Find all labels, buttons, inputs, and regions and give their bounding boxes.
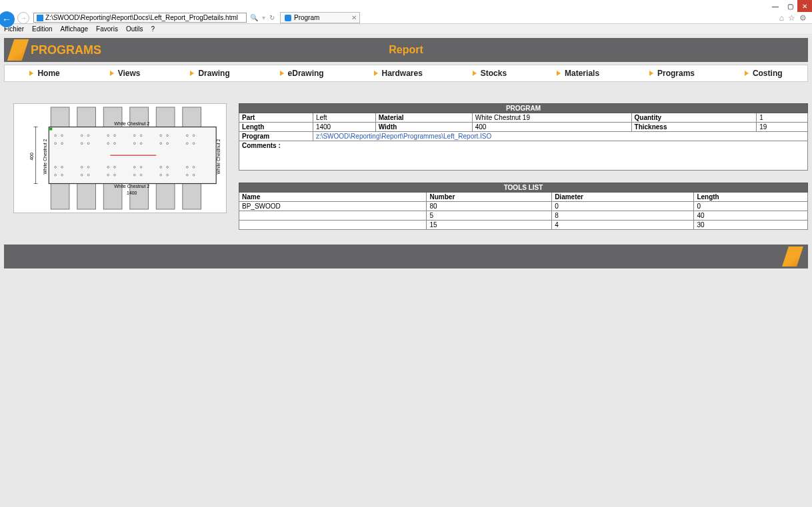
addr-buttons: 🔍 ▾ ↻ xyxy=(250,14,275,21)
address-bar: ← → 🔍 ▾ ↻ Program ✕ ⌂ ☆ ⚙ xyxy=(0,12,812,24)
nav-home[interactable]: Home xyxy=(20,65,69,81)
chevron-right-icon xyxy=(649,71,653,76)
refresh-icon[interactable]: ↻ xyxy=(269,14,275,21)
tool-diameter: 4 xyxy=(552,221,694,230)
thickness-value: 19 xyxy=(757,123,808,132)
header-banner: PROGRAMS Report xyxy=(4,38,808,62)
program-table-header: PROGRAM xyxy=(239,104,808,113)
table-row: 15 4 30 xyxy=(239,221,808,230)
page-content: PROGRAMS Report Home Views Drawing eDraw… xyxy=(0,35,812,278)
menu-edition[interactable]: Edition xyxy=(32,25,53,33)
tool-diameter: 8 xyxy=(552,211,694,221)
tables-area: PROGRAM Part Left Material White Chestnu… xyxy=(239,103,808,242)
col-diameter: Diameter xyxy=(552,193,694,202)
nav-edrawing[interactable]: eDrawing xyxy=(271,65,333,81)
site-icon xyxy=(37,15,43,21)
chevron-right-icon xyxy=(374,71,378,76)
back-button[interactable]: ← xyxy=(0,11,15,27)
footer-logo-icon xyxy=(785,247,800,266)
thickness-label: Thickness xyxy=(631,123,757,132)
nav-materials-label: Materials xyxy=(565,69,599,78)
tool-diameter: 0 xyxy=(552,202,694,211)
nav-programs[interactable]: Programs xyxy=(640,65,704,81)
chevron-right-icon xyxy=(557,71,561,76)
tab-close-icon[interactable]: ✕ xyxy=(351,14,357,21)
forward-button[interactable]: → xyxy=(17,12,29,24)
logo-icon xyxy=(11,39,25,61)
nav-materials[interactable]: Materials xyxy=(547,65,609,81)
address-input-wrap xyxy=(33,13,247,23)
tool-length: 30 xyxy=(694,221,808,230)
quantity-value: 1 xyxy=(757,113,808,123)
page-subtitle: Report xyxy=(389,44,423,56)
tool-number: 80 xyxy=(427,202,552,211)
settings-icon[interactable]: ⚙ xyxy=(799,13,807,23)
tab-title: Program xyxy=(294,14,319,21)
tool-length: 0 xyxy=(694,202,808,211)
addr-right-icons: ⌂ ☆ ⚙ xyxy=(779,13,807,23)
program-label: Program xyxy=(239,132,313,141)
chevron-right-icon xyxy=(190,71,194,76)
favorites-icon[interactable]: ☆ xyxy=(788,13,795,23)
footer-banner xyxy=(4,245,808,268)
col-length: Length xyxy=(694,193,808,202)
svg-text:White Chestnut 2: White Chestnut 2 xyxy=(114,184,149,189)
length-label: Length xyxy=(239,123,313,132)
material-value: White Chestnut 19 xyxy=(472,113,631,123)
svg-rect-65 xyxy=(49,128,52,131)
nav-drawing[interactable]: Drawing xyxy=(181,65,239,81)
tool-number: 15 xyxy=(427,221,552,230)
tab-favicon xyxy=(285,15,291,21)
program-link[interactable]: z:\SWOOD\Reporting\Report\Programmes\Lef… xyxy=(316,133,491,140)
quantity-label: Quantity xyxy=(631,113,757,123)
nav-hardwares-label: Hardwares xyxy=(382,69,423,78)
svg-text:White Chestnut 2: White Chestnut 2 xyxy=(216,139,221,174)
material-label: Material xyxy=(375,113,472,123)
table-row: Length 1400 Width 400 Thickness 19 xyxy=(239,123,808,132)
col-name: Name xyxy=(239,193,427,202)
home-icon[interactable]: ⌂ xyxy=(779,13,784,23)
part-value: Left xyxy=(313,113,375,123)
nav-hardwares[interactable]: Hardwares xyxy=(365,65,432,81)
table-row: Program z:\SWOOD\Reporting\Report\Progra… xyxy=(239,132,808,141)
width-value: 400 xyxy=(472,123,631,132)
menu-outils[interactable]: Outils xyxy=(126,25,143,33)
nav-stocks-label: Stocks xyxy=(481,69,507,78)
part-thumbnail: White Chestnut 2 White Chestnut 2 1400 W… xyxy=(13,103,227,213)
chevron-right-icon xyxy=(745,71,749,76)
tool-length: 40 xyxy=(694,211,808,221)
table-row: BP_SWOOD 80 0 0 xyxy=(239,202,808,211)
nav-drawing-label: Drawing xyxy=(198,69,229,78)
close-button[interactable]: ✕ xyxy=(797,0,812,12)
address-input[interactable] xyxy=(45,14,243,21)
browser-tab[interactable]: Program ✕ xyxy=(280,12,360,23)
nav-edrawing-label: eDrawing xyxy=(288,69,324,78)
nav-costing[interactable]: Costing xyxy=(735,65,792,81)
chevron-right-icon xyxy=(280,71,284,76)
nav-row: Home Views Drawing eDrawing Hardwares St… xyxy=(4,65,808,82)
nav-views-label: Views xyxy=(118,69,141,78)
program-table: PROGRAM Part Left Material White Chestnu… xyxy=(239,103,808,171)
col-number: Number xyxy=(427,193,552,202)
table-row: Comments : xyxy=(239,141,808,171)
menu-favoris[interactable]: Favoris xyxy=(96,25,118,33)
menu-help[interactable]: ? xyxy=(151,25,155,33)
nav-costing-label: Costing xyxy=(753,69,783,78)
chevron-right-icon xyxy=(473,71,477,76)
nav-stocks[interactable]: Stocks xyxy=(463,65,516,81)
program-link-cell: z:\SWOOD\Reporting\Report\Programmes\Lef… xyxy=(313,132,807,141)
tool-number: 5 xyxy=(427,211,552,221)
minimize-button[interactable]: — xyxy=(768,0,783,12)
page-title: PROGRAMS xyxy=(31,43,101,57)
search-icon[interactable]: 🔍 xyxy=(250,14,258,21)
menubar: Fichier Edition Affichage Favoris Outils… xyxy=(0,24,812,35)
maximize-button[interactable]: ▢ xyxy=(783,0,797,12)
menu-affichage[interactable]: Affichage xyxy=(61,25,89,33)
table-row: 5 8 40 xyxy=(239,211,808,221)
svg-text:1400: 1400 xyxy=(127,191,137,195)
length-value: 1400 xyxy=(313,123,375,132)
nav-views[interactable]: Views xyxy=(101,65,150,81)
chevron-right-icon xyxy=(110,71,114,76)
svg-text:400: 400 xyxy=(29,153,34,161)
body-row: White Chestnut 2 White Chestnut 2 1400 W… xyxy=(4,103,808,242)
